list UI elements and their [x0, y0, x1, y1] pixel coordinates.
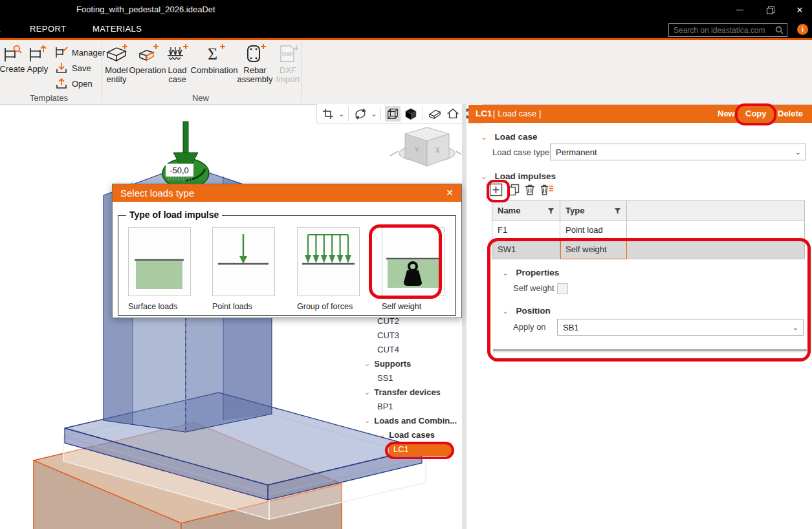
- template-manager-icon: [54, 46, 69, 59]
- chevron-down-icon: ⌄: [481, 172, 487, 181]
- navigation-cube[interactable]: Y X: [390, 127, 461, 166]
- tree-item-cut4[interactable]: CUT4: [377, 343, 399, 356]
- cell-type-focused[interactable]: Self weight: [560, 240, 627, 259]
- home-view-button[interactable]: [445, 106, 461, 122]
- template-apply-icon: [27, 44, 48, 65]
- point-loads-icon: [213, 228, 274, 296]
- ribbon-rebar-assembly-button[interactable]: Rebar assembly: [237, 43, 273, 84]
- load-impulses-section-header[interactable]: ⌄ Load impulses: [481, 170, 556, 182]
- close-button[interactable]: ✕: [790, 3, 809, 17]
- splitter[interactable]: [462, 104, 466, 529]
- filter-icon[interactable]: [614, 208, 621, 215]
- ribbon-operation-button[interactable]: Operation: [131, 43, 164, 75]
- ribbon-model-entity-button[interactable]: Model entity: [102, 43, 131, 84]
- axis-y-label: Y: [415, 147, 419, 154]
- position-section-header[interactable]: ⌄ Position: [502, 305, 551, 316]
- orbit-button[interactable]: [353, 106, 368, 122]
- tile-point-loads[interactable]: [212, 227, 275, 296]
- info-button[interactable]: i: [797, 24, 808, 35]
- ribbon-load-case-button[interactable]: Load case: [163, 43, 192, 84]
- tree-item-ss1[interactable]: SS1: [377, 371, 393, 384]
- search-input[interactable]: [669, 24, 774, 36]
- delete-button[interactable]: Delete: [778, 105, 803, 123]
- operation-icon: [136, 43, 159, 66]
- crop-icon: [322, 108, 334, 120]
- add-impulse-button[interactable]: [489, 183, 503, 197]
- minimize-icon: [736, 10, 743, 10]
- duplicate-impulse-button[interactable]: [507, 184, 520, 196]
- tree-item-cut3[interactable]: CUT3: [377, 329, 399, 341]
- tree-item-bp1[interactable]: BP1: [377, 400, 393, 413]
- delete-all-impulses-button[interactable]: [540, 184, 554, 196]
- template-create-icon: [2, 44, 23, 65]
- tree-item-transfer-devices[interactable]: ⌄Transfer devices: [364, 385, 441, 398]
- tile-group-of-forces[interactable]: [297, 227, 360, 296]
- cell-type[interactable]: Point load: [560, 221, 627, 240]
- load-value-label: -50,0: [170, 166, 189, 175]
- properties-section-header[interactable]: ⌄ Properties: [502, 266, 559, 278]
- tab-report[interactable]: REPORT: [30, 19, 66, 38]
- ribbon-save-button[interactable]: Save: [54, 61, 91, 74]
- tile-label-surface-loads: Surface loads: [128, 302, 177, 311]
- section-prism-icon: [428, 107, 441, 120]
- load-case-section-header[interactable]: ⌄ Load case: [481, 131, 538, 142]
- apply-on-label: Apply on: [513, 322, 546, 332]
- chevron-down-icon[interactable]: ⌄: [364, 417, 370, 424]
- menu-bar: K REPORT MATERIALS i: [0, 19, 812, 40]
- ribbon-apply-button[interactable]: Apply: [25, 44, 50, 74]
- ribbon-create-button[interactable]: Create: [0, 44, 25, 74]
- cell-name[interactable]: F1: [492, 221, 560, 240]
- rebar-assembly-icon: [243, 43, 267, 66]
- table-row-f1[interactable]: F1 Point load: [492, 221, 805, 240]
- self-weight-checkbox-checked-disabled[interactable]: [557, 283, 568, 294]
- filter-icon[interactable]: [547, 208, 554, 215]
- new-button[interactable]: New: [718, 105, 735, 123]
- wireframe-view-button[interactable]: [385, 106, 401, 122]
- tree-item-lc1-selected[interactable]: LC1: [389, 443, 452, 456]
- info-icon: i: [802, 25, 804, 33]
- tree-item-load-cases[interactable]: ⌄Load cases: [379, 428, 435, 441]
- crop-view-button[interactable]: [320, 106, 336, 122]
- app-window: Footing_with_pedestal_2026.ideaDet ✕ K R…: [0, 0, 812, 529]
- save-icon: [54, 61, 69, 74]
- tree-item-supports[interactable]: ⌄Supports: [364, 357, 411, 370]
- axis-x-label: X: [435, 147, 440, 154]
- section-view-button[interactable]: [427, 106, 443, 122]
- orbit-icon: [354, 107, 367, 120]
- apply-on-select[interactable]: SB1 ⌄: [557, 319, 804, 336]
- tab-partial[interactable]: K: [0, 19, 6, 38]
- chevron-down-icon[interactable]: ⌄: [364, 389, 370, 395]
- solid-view-button[interactable]: [403, 106, 419, 122]
- minimize-button[interactable]: [730, 3, 749, 17]
- restore-button[interactable]: [760, 3, 780, 17]
- panel-item-id: LC1: [476, 105, 492, 123]
- ribbon-manager-button[interactable]: Manager: [54, 46, 105, 59]
- load-case-type-label: Load case type: [492, 147, 549, 157]
- tree-item-loads-and-combinations[interactable]: ⌄Loads and Combin...: [364, 414, 457, 427]
- orbit-dropdown-chevron[interactable]: ⌄: [371, 111, 377, 117]
- copy-button[interactable]: Copy: [745, 105, 767, 123]
- column-header-name[interactable]: Name: [492, 201, 560, 221]
- ribbon-open-button[interactable]: Open: [54, 77, 93, 90]
- tile-surface-loads[interactable]: [128, 227, 191, 296]
- load-case-type-select[interactable]: Permanent ⌄: [550, 144, 806, 160]
- chevron-down-icon: ⌄: [793, 324, 803, 330]
- crop-dropdown-chevron[interactable]: ⌄: [338, 111, 344, 117]
- panel-divider: [493, 349, 807, 352]
- chevron-down-icon[interactable]: ⌄: [364, 360, 370, 367]
- search-icon: [775, 26, 784, 34]
- tile-self-weight[interactable]: [382, 227, 444, 296]
- table-header-row: Name Type: [492, 201, 805, 221]
- table-row-sw1-selected[interactable]: SW1 Self weight: [492, 240, 805, 259]
- groupbox-label: Type of load impulse: [126, 210, 222, 220]
- dialog-title-bar[interactable]: Select loads type ✕: [113, 184, 461, 202]
- tile-label-point-loads: Point loads: [212, 302, 252, 311]
- tab-materials[interactable]: MATERIALS: [93, 19, 142, 38]
- cell-name[interactable]: SW1: [492, 240, 560, 259]
- dialog-close-icon[interactable]: ✕: [446, 184, 454, 202]
- chevron-down-icon[interactable]: ⌄: [379, 431, 385, 438]
- column-header-type[interactable]: Type: [560, 201, 627, 221]
- model-entity-icon: [105, 43, 128, 66]
- delete-impulse-button[interactable]: [524, 184, 536, 196]
- ribbon-combination-button[interactable]: Σ Combination: [192, 43, 237, 75]
